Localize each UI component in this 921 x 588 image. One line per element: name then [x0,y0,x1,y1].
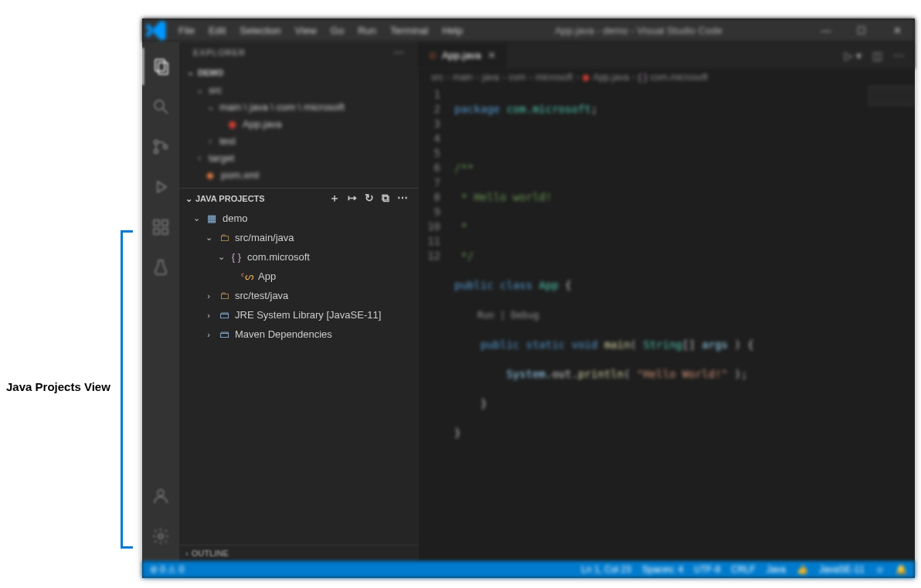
line-numbers: 1 2 3 4 5 6 7 8 9 10 11 12 [419,87,454,561]
codelens-run-debug[interactable]: Run | Debug [454,310,539,321]
crumb[interactable]: main [453,72,473,83]
menu-file[interactable]: File [172,20,201,41]
vscode-window: File Edit Selection View Go Run Terminal… [142,19,915,578]
tab-label: App.java [442,49,481,61]
status-line-col[interactable]: Ln 1, Col 23 [581,564,631,575]
link-button[interactable]: ↦ [348,192,357,206]
new-project-button[interactable]: ＋ [329,192,340,206]
menu-go[interactable]: Go [325,20,350,41]
crumb[interactable]: src [431,72,444,83]
ln: 5 [419,146,440,161]
run-button-icon[interactable]: ▷ ▾ [845,49,862,62]
code-editor[interactable]: 1 2 3 4 5 6 7 8 9 10 11 12 package com.m… [419,86,915,561]
library-label: JRE System Library [JavaSE-11] [235,309,381,321]
status-feedback-icon[interactable]: ☺ [875,564,885,575]
chevron-right-icon: › [204,330,213,339]
menu-help[interactable]: Help [436,20,469,41]
svg-rect-0 [155,59,165,71]
jp-src-main-java[interactable]: ⌄ 🗀 src/main/java [179,228,419,247]
activity-explorer-icon[interactable] [142,48,179,85]
crumb[interactable]: com.microsoft [650,72,708,83]
status-bell-icon[interactable]: 🔔 [896,564,907,575]
status-encoding[interactable]: UTF-8 [694,564,720,575]
explorer-src[interactable]: ⌄ src [179,81,419,98]
chevron-right-icon: › [206,136,215,145]
menu-terminal[interactable]: Terminal [384,20,434,41]
menu-view[interactable]: View [289,20,323,41]
folder-label: src [209,84,222,96]
package-label: com.microsoft [247,251,310,263]
crumb[interactable]: com [508,72,526,83]
jp-class-app[interactable]: ᶜᔕ App [179,267,419,286]
explorer-more-icon[interactable]: ⋯ [393,46,405,59]
refresh-button[interactable]: ↻ [365,192,374,206]
status-errors-icon[interactable]: ⊘ 0 ⚠ 0 [150,564,184,575]
menu-run[interactable]: Run [352,20,382,41]
jp-project-demo[interactable]: ⌄ ▦ demo [179,209,419,228]
activity-settings-icon[interactable] [142,518,179,555]
collapse-all-button[interactable]: ⧉ [382,192,389,206]
maximize-button[interactable]: ☐ [844,20,879,41]
explorer-root-label: DEMO [198,68,223,77]
jp-jre-library[interactable]: › 🗃 JRE System Library [JavaSE-11] [179,305,419,325]
explorer-folder-demo[interactable]: ⌄ DEMO [179,63,419,81]
status-spaces[interactable]: Spaces: 4 [642,564,683,575]
outline-section[interactable]: › OUTLINE [179,545,419,561]
editor-tabs: App.java ✕ ▷ ▾ ◫ ⋯ [419,42,915,69]
explorer-label: EXPLORER [193,48,246,57]
explorer-appjava[interactable]: ◉ App.java [179,115,419,132]
minimize-button[interactable]: — [808,20,844,41]
explorer-path[interactable]: ⌄ main \ java \ com \ microsoft [179,98,419,115]
more-editor-actions-icon[interactable]: ⋯ [893,49,904,62]
activity-search-icon[interactable] [142,88,179,125]
jp-maven-deps[interactable]: › 🗃 Maven Dependencies [179,325,419,344]
library-label: Maven Dependencies [235,328,332,340]
crumb[interactable]: microsoft [535,72,573,83]
svg-rect-11 [162,220,168,226]
folder-label: src/test/java [235,290,288,301]
source-folder-icon: 🗀 [218,290,230,301]
close-button[interactable]: ✕ [879,20,915,41]
explorer-target[interactable]: › target [179,149,419,166]
explorer-pom[interactable]: ◆ pom.xml [179,166,419,183]
tab-appjava[interactable]: App.java ✕ [419,43,507,67]
ln: 9 [419,205,440,219]
ln: 4 [419,131,440,146]
project-label: demo [223,212,248,224]
more-actions-button[interactable]: ⋯ [397,192,408,206]
crumb[interactable]: java [482,72,499,83]
jp-src-test-java[interactable]: › 🗀 src/test/java [179,286,419,305]
close-tab-icon[interactable]: ✕ [488,49,496,61]
status-jdk[interactable]: JavaSE-11 [819,564,865,575]
code-content[interactable]: package com.microsoft; /** * Hello world… [454,87,915,561]
svg-marker-7 [158,182,166,192]
activity-extensions-icon[interactable] [142,209,179,246]
explorer-test[interactable]: › test [179,132,419,149]
status-eol[interactable]: CRLF [731,564,755,575]
java-file-icon: ◉ [226,118,238,130]
svg-point-12 [158,490,164,496]
library-icon: 🗃 [218,309,230,321]
activity-scm-icon[interactable] [142,128,179,165]
minimap[interactable] [868,86,915,106]
explorer-tree: ⌄ DEMO ⌄ src ⌄ main \ java \ com \ micro… [179,63,419,188]
java-projects-header[interactable]: ⌄ JAVA PROJECTS ＋ ↦ ↻ ⧉ ⋯ [179,188,419,209]
project-icon: ▦ [206,212,218,224]
menu-edit[interactable]: Edit [202,20,232,41]
status-language[interactable]: Java [766,564,786,575]
ln: 8 [419,190,440,205]
split-editor-icon[interactable]: ◫ [872,49,882,62]
activity-account-icon[interactable] [142,478,179,515]
svg-rect-10 [162,229,168,234]
breadcrumb[interactable]: src› main› java› com› microsoft› ◉ App.j… [419,69,915,86]
package-icon: { } [230,251,243,263]
crumb[interactable]: App.java [593,72,629,83]
svg-point-5 [155,150,158,154]
jp-package[interactable]: ⌄ { } com.microsoft [179,247,419,267]
activity-debug-icon[interactable] [142,168,179,206]
activity-testing-icon[interactable] [142,249,179,286]
menu-selection[interactable]: Selection [233,20,287,41]
status-thumbs-icon[interactable]: 👍 [797,564,808,575]
class-label: App [258,270,276,282]
file-label: pom.xml [221,169,259,181]
